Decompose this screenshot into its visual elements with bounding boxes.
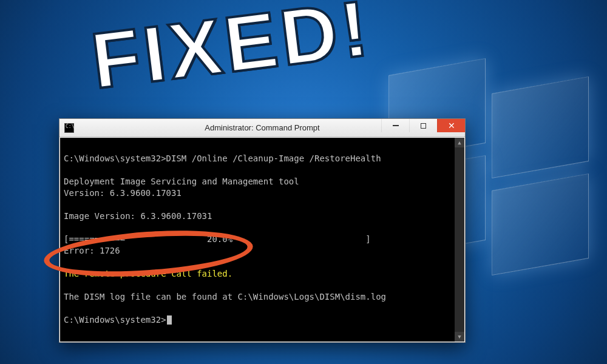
minimize-button[interactable]: [381, 119, 409, 132]
prompt: C:\Windows\system32>: [64, 153, 166, 163]
window-buttons: ✕: [381, 119, 465, 136]
terminal-line: Error: 1726: [64, 246, 120, 255]
logo-pane: [492, 174, 589, 275]
logo-pane: [492, 76, 589, 178]
maximize-button[interactable]: [409, 119, 437, 132]
window-titlebar[interactable]: Administrator: Command Prompt ✕: [59, 119, 465, 137]
terminal-line: C:\Windows\system32>DISM /Online /Cleanu…: [64, 153, 381, 163]
cmd-icon: [64, 123, 74, 133]
terminal-error-message: The remote procedure call failed.: [64, 269, 232, 278]
terminal-frame: C:\Windows\system32>DISM /Online /Cleanu…: [59, 137, 465, 342]
scroll-up-icon[interactable]: ▲: [455, 138, 464, 147]
command-prompt-window: Administrator: Command Prompt ✕ C:\Windo…: [59, 118, 466, 343]
scrollbar[interactable]: ▲ ▼: [455, 138, 464, 342]
close-button[interactable]: ✕: [437, 119, 465, 132]
cursor: [167, 315, 172, 325]
terminal-line: Image Version: 6.3.9600.17031: [64, 211, 212, 221]
scroll-down-icon[interactable]: ▼: [455, 332, 464, 342]
command-text: DISM /Online /Cleanup-Image /RestoreHeal…: [166, 153, 381, 163]
terminal-line: Version: 6.3.9600.17031: [64, 188, 181, 198]
terminal-output[interactable]: C:\Windows\system32>DISM /Online /Cleanu…: [60, 138, 464, 342]
prompt: C:\Windows\system32>: [64, 315, 166, 325]
terminal-line: C:\Windows\system32>: [64, 315, 172, 325]
terminal-line: [=========== 20.0% ]: [64, 234, 371, 244]
terminal-line: The DISM log file can be found at C:\Win…: [64, 292, 386, 302]
terminal-line: Deployment Image Servicing and Managemen…: [64, 177, 299, 186]
fixed-overlay-text: FIXED!: [88, 0, 375, 95]
